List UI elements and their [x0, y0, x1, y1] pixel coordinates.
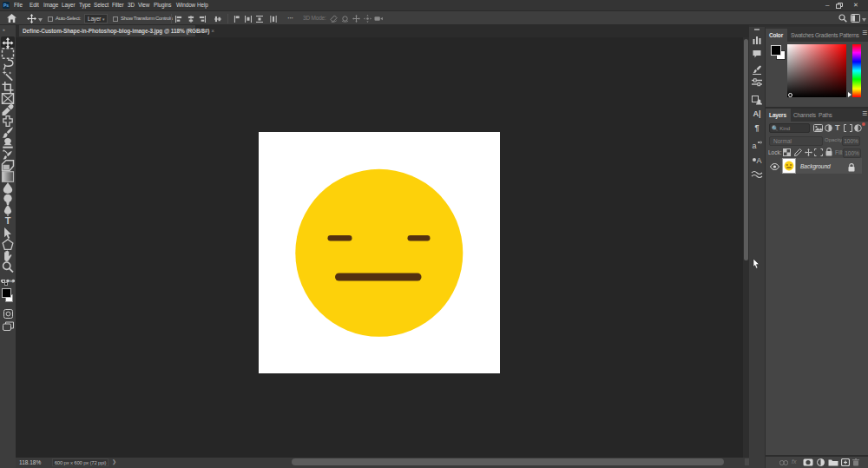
- svg-text:a: a: [753, 142, 757, 150]
- svg-text:A: A: [757, 156, 762, 165]
